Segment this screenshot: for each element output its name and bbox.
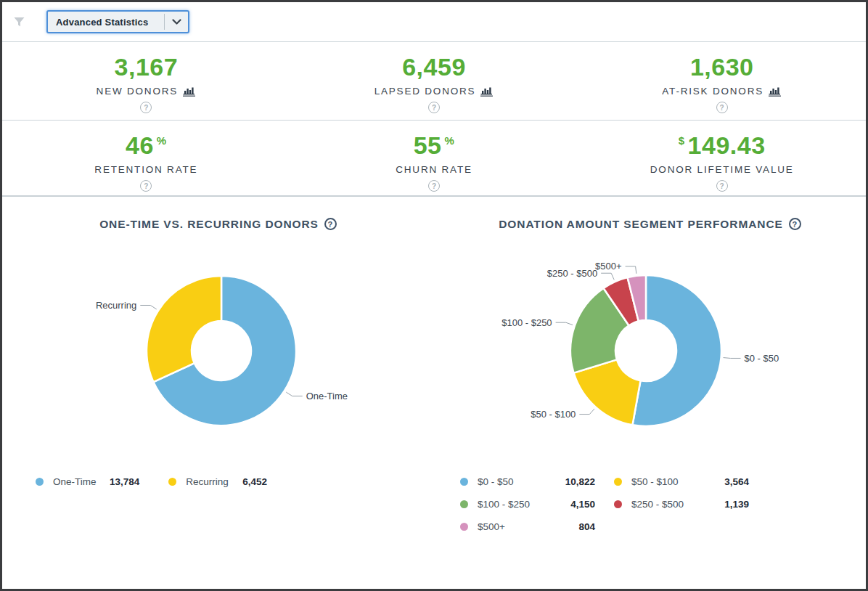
slice-callout-line (579, 409, 594, 414)
slice-callout-label: Recurring (96, 300, 136, 311)
stat-label: NEW DONORS (97, 86, 197, 97)
help-icon[interactable]: ? (140, 180, 152, 192)
legend-item: $250 - $5001,139 (614, 497, 749, 511)
slice-callout-line (286, 392, 302, 396)
legend-label: $500+ (478, 521, 560, 532)
stat-value: 6,459 (402, 54, 466, 79)
donut-chart-donation-segments: $0 - $50$50 - $100$100 - $250$250 - $500… (434, 247, 866, 444)
legend-dot (460, 523, 468, 531)
legend-label: $50 - $100 (631, 476, 714, 487)
legend-item: Recurring6,452 (168, 475, 267, 489)
charts-section: ONE-TIME VS. RECURRING DONORS ? One-Time… (2, 197, 866, 534)
stat-value: 1,630 (690, 54, 754, 79)
help-icon[interactable]: ? (140, 102, 152, 113)
slice-callout-line (724, 358, 741, 359)
legend-item: One-Time13,784 (36, 475, 139, 489)
legend: One-Time13,784Recurring6,452 (36, 475, 434, 489)
percent-sign: % (445, 134, 455, 147)
legend-label: $100 - $250 (478, 499, 560, 510)
bar-chart-icon[interactable] (769, 86, 782, 97)
slice-callout-label: $250 - $500 (547, 268, 597, 279)
legend-label: Recurring (186, 476, 242, 487)
stat-label: RETENTION RATE (94, 164, 197, 175)
filter-icon[interactable] (13, 17, 25, 28)
stat-label: LAPSED DONORS (374, 86, 494, 97)
help-icon[interactable]: ? (428, 180, 440, 192)
legend-label: $250 - $500 (631, 499, 714, 510)
legend: $0 - $5010,822$50 - $1003,564$100 - $250… (460, 475, 866, 534)
legend-value: 6,452 (242, 476, 267, 487)
stat-value: $149.43 (679, 133, 766, 158)
chevron-down-icon (165, 19, 188, 25)
donut-chart-one-time-vs-recurring: One-TimeRecurring (2, 247, 434, 444)
advanced-statistics-dashboard: Advanced Statistics 3,167 NEW DONORS ? 6… (0, 0, 868, 591)
chart-title: ONE-TIME VS. RECURRING DONORS ? (2, 216, 434, 232)
stat-value: 46% (126, 133, 167, 158)
chart-panel-donation-segments: DONATION AMOUNT SEGMENT PERFORMANCE ? $0… (434, 197, 866, 534)
legend-item: $0 - $5010,822 (460, 475, 595, 489)
stats-row-2: 46% RETENTION RATE ? 55% CHURN RATE ? $1… (2, 121, 866, 197)
bar-chart-icon[interactable] (480, 86, 494, 97)
legend-dot (460, 478, 468, 486)
legend-value: 804 (560, 521, 595, 532)
bar-chart-icon[interactable] (183, 86, 196, 97)
stat-card-donor-lifetime-value: $149.43 DONOR LIFETIME VALUE ? (578, 121, 866, 195)
legend-dot (614, 500, 622, 508)
stat-label: DONOR LIFETIME VALUE (650, 164, 794, 175)
legend-label: One-Time (53, 476, 110, 487)
legend-value: 3,564 (714, 476, 749, 487)
percent-sign: % (157, 134, 167, 147)
stat-value: 55% (414, 133, 455, 158)
legend-dot (460, 500, 468, 508)
slice-callout-line (140, 305, 156, 309)
legend-dot (168, 478, 176, 486)
help-icon[interactable]: ? (716, 102, 728, 113)
chart-panel-one-time-vs-recurring: ONE-TIME VS. RECURRING DONORS ? One-Time… (2, 197, 434, 534)
slice-callout-label: $100 - $250 (501, 317, 552, 328)
stat-card-lapsed-donors: 6,459 LAPSED DONORS ? (290, 42, 578, 120)
legend-item: $50 - $1003,564 (614, 475, 749, 489)
legend-value: 1,139 (714, 499, 749, 510)
stat-value: 3,167 (115, 54, 179, 79)
legend-value: 10,822 (560, 476, 595, 487)
stats-row-1: 3,167 NEW DONORS ? 6,459 LAPSED DONORS ?… (2, 42, 866, 121)
legend-value: 13,784 (110, 476, 139, 487)
stat-label: CHURN RATE (396, 164, 472, 175)
legend-dot (614, 478, 622, 486)
topbar: Advanced Statistics (2, 2, 866, 42)
legend-value: 4,150 (560, 499, 595, 510)
slice-callout-label: $500+ (595, 261, 622, 272)
slice-callout-line (626, 266, 636, 274)
stat-card-at-risk-donors: 1,630 AT-RISK DONORS ? (578, 42, 866, 120)
help-icon[interactable]: ? (789, 218, 801, 230)
slice-callout-label: $50 - $100 (531, 409, 576, 420)
legend-label: $0 - $50 (478, 476, 560, 487)
slice-callout-line (556, 322, 573, 325)
legend-dot (36, 478, 44, 486)
slice-callout-line (601, 273, 614, 280)
slice-callout-label: $0 - $50 (745, 353, 779, 364)
legend-item: $100 - $2504,150 (460, 497, 595, 511)
legend-item: $500+804 (460, 520, 595, 534)
stat-card-new-donors: 3,167 NEW DONORS ? (2, 42, 290, 120)
dropdown-selected-value: Advanced Statistics (48, 17, 164, 28)
statistics-dropdown[interactable]: Advanced Statistics (46, 10, 189, 33)
help-icon[interactable]: ? (428, 102, 440, 113)
dollar-sign: $ (679, 134, 685, 147)
chart-title: DONATION AMOUNT SEGMENT PERFORMANCE ? (434, 216, 866, 232)
stat-card-churn-rate: 55% CHURN RATE ? (290, 121, 578, 195)
donut-slice[interactable] (147, 276, 221, 382)
slice-callout-label: One-Time (306, 391, 348, 402)
help-icon[interactable]: ? (324, 218, 337, 230)
help-icon[interactable]: ? (716, 180, 728, 192)
stat-card-retention-rate: 46% RETENTION RATE ? (2, 121, 290, 195)
stat-label: AT-RISK DONORS (662, 86, 782, 97)
